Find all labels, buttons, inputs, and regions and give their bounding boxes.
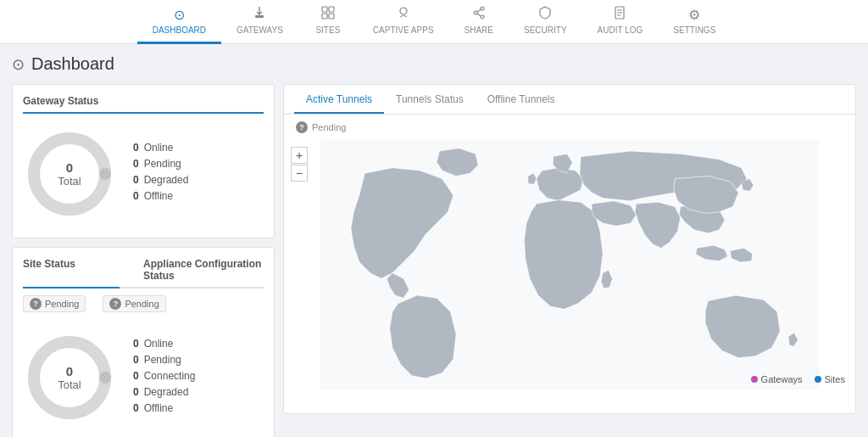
gateway-degraded-label: Degraded	[144, 174, 189, 186]
map-legend: Gateways Sites	[751, 374, 845, 384]
site-donut-label: 0 Total	[58, 364, 81, 391]
legend-gateways: Gateways	[751, 374, 803, 384]
nav-settings[interactable]: ⚙ SETTINGS	[658, 0, 731, 44]
nav-security-label: SECURITY	[524, 25, 567, 35]
svg-rect-4	[329, 14, 334, 19]
gateway-donut-chart: 0 Total	[23, 127, 116, 221]
nav-settings-label: SETTINGS	[673, 25, 715, 35]
dashboard-icon: ⊙	[174, 7, 185, 23]
list-item: 0 Online	[133, 338, 195, 350]
audit-log-icon	[613, 6, 626, 23]
list-item: 0 Offline	[133, 402, 195, 414]
list-item: 0 Degraded	[133, 174, 188, 186]
dashboard-header-icon: ⊙	[12, 55, 25, 74]
gateway-total-number: 0	[58, 160, 81, 175]
settings-icon: ⚙	[688, 7, 700, 23]
svg-line-9	[477, 9, 481, 12]
zoom-out-button[interactable]: −	[291, 165, 308, 182]
nav-sites-label: SITES	[315, 25, 340, 35]
gateways-legend-label: Gateways	[761, 374, 803, 384]
site-offline-label: Offline	[144, 402, 173, 414]
map-question-icon: ?	[296, 121, 308, 133]
main-content: ⊙ Dashboard Gateway Status 0 Total	[0, 44, 868, 437]
site-online-count: 0	[133, 338, 139, 350]
site-degraded-label: Degraded	[144, 386, 189, 398]
captive-apps-icon	[397, 6, 410, 23]
site-pending-label-stat: Pending	[144, 354, 181, 366]
nav-audit-log[interactable]: AUDIT LOG	[582, 0, 659, 44]
world-map-area: + −	[284, 140, 855, 389]
svg-rect-2	[329, 7, 334, 12]
list-item: 0 Degraded	[133, 386, 195, 398]
site-status-list: 0 Online 0 Pending 0 Connecting 0	[133, 338, 195, 418]
site-status-title: Site Status	[23, 258, 143, 282]
gateway-pending-count: 0	[133, 158, 139, 170]
site-offline-count: 0	[133, 402, 139, 414]
top-nav: ⊙ DASHBOARD GATEWAYS SITES CAPTIVE APPS …	[0, 0, 868, 44]
page-header: ⊙ Dashboard	[12, 54, 856, 74]
question-icon-2: ?	[109, 298, 121, 310]
site-pending-label: Pending	[45, 299, 79, 309]
gateway-online-count: 0	[133, 142, 139, 154]
gateway-total-text: Total	[58, 175, 81, 188]
appliance-pending-badge: ? Pending	[103, 295, 165, 312]
map-pending-status: ? Pending	[284, 115, 855, 140]
map-panel: Active Tunnels Tunnels Status Offline Tu…	[283, 84, 856, 414]
appliance-config-title: Appliance Configuration Status	[143, 258, 264, 282]
nav-gateways[interactable]: GATEWAYS	[221, 0, 298, 44]
list-item: 0 Offline	[133, 190, 188, 202]
site-donut-chart: 0 Total	[23, 331, 116, 424]
tab-active-tunnels[interactable]: Active Tunnels	[294, 85, 384, 114]
world-map-svg	[284, 140, 855, 389]
gateway-donut-row: 0 Total 0 Online 0 Pending	[23, 120, 264, 227]
svg-rect-0	[255, 15, 264, 18]
svg-point-8	[481, 15, 484, 19]
security-icon	[538, 6, 552, 23]
zoom-in-button[interactable]: +	[291, 147, 308, 164]
nav-share[interactable]: SHARE	[449, 0, 509, 44]
gateway-offline-count: 0	[133, 190, 139, 202]
tab-offline-tunnels[interactable]: Offline Tunnels	[476, 85, 567, 114]
nav-audit-log-label: AUDIT LOG	[598, 25, 643, 35]
map-content: ? Pending + −	[284, 115, 855, 413]
list-item: 0 Connecting	[133, 370, 195, 382]
gateway-online-label: Online	[144, 142, 174, 154]
nav-gateways-label: GATEWAYS	[236, 25, 283, 35]
svg-rect-3	[322, 14, 327, 19]
site-pending-badge: ? Pending	[23, 295, 86, 312]
tab-tunnels-status[interactable]: Tunnels Status	[384, 85, 476, 114]
svg-point-7	[474, 11, 477, 14]
gateway-donut-label: 0 Total	[58, 160, 81, 188]
site-degraded-count: 0	[133, 386, 139, 398]
list-item: 0 Pending	[133, 354, 195, 366]
left-panel: Gateway Status 0 Total	[12, 84, 275, 414]
appliance-pending-label: Pending	[125, 299, 159, 309]
site-donut-row: 0 Total 0 Online 0 Pending	[23, 324, 264, 431]
site-pending-count: 0	[133, 354, 139, 366]
nav-dashboard-label: DASHBOARD	[153, 25, 206, 35]
nav-sites[interactable]: SITES	[298, 0, 358, 44]
list-item: 0 Pending	[133, 158, 188, 170]
gateway-status-list: 0 Online 0 Pending 0 Degraded 0	[133, 142, 188, 206]
nav-security[interactable]: SECURITY	[509, 0, 582, 44]
gateways-icon	[253, 6, 266, 23]
svg-line-10	[477, 14, 481, 16]
svg-point-6	[481, 7, 484, 10]
site-connecting-label: Connecting	[144, 370, 196, 382]
svg-rect-1	[322, 7, 327, 12]
zoom-controls: + −	[291, 147, 308, 182]
gateway-degraded-count: 0	[133, 174, 139, 186]
map-pending-label: Pending	[312, 122, 346, 132]
nav-dashboard[interactable]: ⊙ DASHBOARD	[137, 0, 221, 44]
gateway-status-title: Gateway Status	[23, 95, 264, 114]
site-total-number: 0	[58, 364, 81, 378]
site-connecting-count: 0	[133, 370, 139, 382]
site-divider	[23, 287, 264, 289]
legend-sites: Sites	[815, 374, 845, 384]
gateways-dot	[751, 376, 758, 383]
content-area: Gateway Status 0 Total	[12, 84, 856, 414]
nav-captive-apps-label: CAPTIVE APPS	[373, 25, 434, 35]
page-title: Dashboard	[31, 54, 114, 74]
gateway-pending-label: Pending	[144, 158, 181, 170]
nav-captive-apps[interactable]: CAPTIVE APPS	[358, 0, 449, 44]
